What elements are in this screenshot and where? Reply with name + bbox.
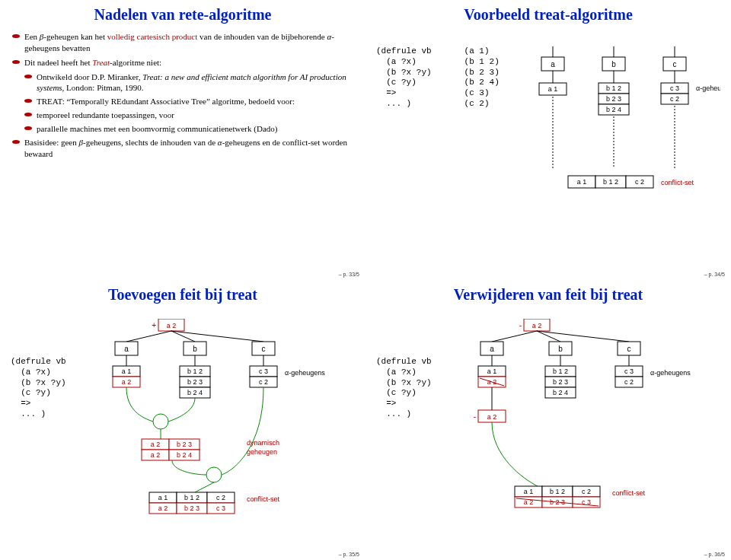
svg-text:a 2: a 2 bbox=[167, 322, 177, 329]
svg-text:b: b bbox=[558, 345, 563, 353]
svg-point-65 bbox=[153, 414, 168, 429]
svg-text:c 2: c 2 bbox=[635, 178, 644, 186]
slide-treat-example: Voorbeeld treat-algoritme (defrule vb (a… bbox=[366, 0, 731, 280]
svg-text:conflict-set: conflict-set bbox=[661, 179, 694, 186]
svg-text:a 2: a 2 bbox=[122, 378, 132, 386]
bullet-item: Een β-geheugen kan het volledig cartesis… bbox=[11, 31, 355, 54]
svg-text:a 2: a 2 bbox=[487, 413, 497, 421]
facts-list: (a 1) (b 1 2) (b 2 3) (b 2 4) (c 3) (c 2… bbox=[464, 46, 516, 217]
svg-point-77 bbox=[206, 467, 222, 482]
bullet-item: TREAT: “Temporally REdundant Associative… bbox=[11, 96, 355, 107]
svg-text:-: - bbox=[474, 412, 476, 421]
page-number: – p. 36/5 bbox=[704, 552, 725, 557]
bullet-item: Dit nadeel heeft het Treat-algoritme nie… bbox=[11, 57, 355, 68]
svg-text:c 3: c 3 bbox=[259, 368, 268, 375]
svg-text:b 1 2: b 1 2 bbox=[187, 368, 203, 375]
svg-text:c 2: c 2 bbox=[582, 488, 591, 495]
svg-text:c: c bbox=[627, 345, 631, 353]
bullet-item: Basisidee: geen β-geheugens, slechts de … bbox=[11, 137, 355, 160]
bullet-item: temporeel redundante toepassingen, voor bbox=[11, 110, 355, 121]
svg-text:c 2: c 2 bbox=[216, 494, 225, 501]
svg-text:α-geheugens: α-geheugens bbox=[650, 369, 691, 377]
slide-title: Toevoegen feit bij treat bbox=[11, 286, 355, 304]
svg-text:a 2: a 2 bbox=[532, 322, 542, 329]
bullet-item: parallelle machines met een boomvormig c… bbox=[11, 123, 355, 135]
svg-text:b 2 3: b 2 3 bbox=[187, 378, 203, 386]
svg-text:b 1 2: b 1 2 bbox=[603, 178, 618, 186]
svg-text:c 2: c 2 bbox=[259, 378, 268, 386]
svg-text:a 1: a 1 bbox=[487, 368, 497, 375]
svg-text:a 2: a 2 bbox=[151, 451, 161, 459]
svg-line-97 bbox=[537, 331, 629, 342]
svg-text:b 2 3: b 2 3 bbox=[184, 504, 200, 512]
svg-text:a 1: a 1 bbox=[548, 85, 558, 93]
svg-text:geheugen: geheugen bbox=[247, 448, 277, 456]
svg-text:b 2 4: b 2 4 bbox=[177, 451, 192, 459]
svg-text:b 2 4: b 2 4 bbox=[606, 106, 621, 113]
bullet-list: Een β-geheugen kan het volledig cartesis… bbox=[11, 31, 355, 159]
svg-text:b 2 4: b 2 4 bbox=[187, 389, 203, 396]
svg-text:b 1 2: b 1 2 bbox=[550, 488, 565, 495]
svg-text:b: b bbox=[611, 60, 616, 68]
bullet-item: Ontwikeld door D.P. Miranker, Treat: a n… bbox=[11, 72, 355, 94]
page-number: – p. 33/5 bbox=[339, 272, 359, 277]
treat-delete-diagram: - a 2 a b c a 1 a 2 bbox=[461, 319, 720, 535]
svg-line-38 bbox=[126, 331, 171, 342]
svg-text:a 1: a 1 bbox=[158, 494, 168, 501]
svg-text:a: a bbox=[490, 345, 494, 353]
svg-text:conflict-set: conflict-set bbox=[247, 495, 280, 503]
svg-text:-: - bbox=[519, 321, 522, 329]
svg-text:c 3: c 3 bbox=[670, 84, 679, 92]
slide-treat-delete: Verwijderen van feit bij treat (defrule … bbox=[366, 280, 731, 560]
svg-text:α-geheugens: α-geheugens bbox=[285, 369, 325, 377]
svg-text:b: b bbox=[193, 345, 197, 353]
svg-text:dynamisch: dynamisch bbox=[247, 439, 279, 447]
page-number: – p. 35/5 bbox=[339, 552, 359, 557]
svg-text:a 2: a 2 bbox=[158, 504, 168, 512]
svg-line-40 bbox=[171, 331, 263, 342]
svg-text:b 2 3: b 2 3 bbox=[606, 95, 621, 103]
svg-text:+: + bbox=[152, 321, 156, 329]
svg-text:a 1: a 1 bbox=[524, 488, 534, 495]
svg-text:b 1 2: b 1 2 bbox=[184, 494, 200, 501]
rule-code: (defrule vb (a ?x) (b ?x ?y) (c ?y) => .… bbox=[376, 46, 458, 217]
svg-text:c 2: c 2 bbox=[670, 95, 679, 103]
svg-text:c: c bbox=[673, 60, 677, 68]
page-number: – p. 34/5 bbox=[704, 272, 725, 277]
svg-text:conflict-set: conflict-set bbox=[612, 489, 646, 497]
svg-text:c: c bbox=[262, 345, 266, 353]
svg-text:c 2: c 2 bbox=[624, 378, 634, 386]
svg-text:b 1 2: b 1 2 bbox=[606, 84, 621, 92]
slide-rete-drawbacks: Nadelen van rete-algoritme Een β-geheuge… bbox=[0, 0, 366, 280]
svg-text:b 2 3: b 2 3 bbox=[553, 378, 568, 386]
svg-line-78 bbox=[195, 482, 214, 492]
svg-line-95 bbox=[492, 331, 537, 342]
rule-code: (defrule vb (a ?x) (b ?x ?y) (c ?y) => .… bbox=[11, 357, 90, 535]
slide-title: Nadelen van rete-algoritme bbox=[11, 6, 355, 24]
svg-text:a: a bbox=[551, 60, 555, 68]
svg-text:a: a bbox=[124, 345, 129, 353]
svg-text:a 1: a 1 bbox=[122, 368, 132, 375]
treat-add-diagram: + a 2 a b c a 1 a 2 bbox=[96, 319, 355, 535]
svg-text:a 2: a 2 bbox=[151, 441, 161, 448]
slide-title: Voorbeeld treat-algoritme bbox=[376, 6, 720, 24]
slide-title: Verwijderen van feit bij treat bbox=[376, 286, 720, 304]
treat-diagram: a b c a 1 b 1 2 b 2 3 b 2 4 bbox=[522, 46, 720, 217]
svg-text:b 2 4: b 2 4 bbox=[553, 389, 568, 396]
slide-treat-add: Toevoegen feit bij treat (defrule vb (a … bbox=[0, 280, 366, 560]
svg-text:b 1 2: b 1 2 bbox=[553, 368, 568, 375]
svg-text:b 2 3: b 2 3 bbox=[177, 441, 192, 448]
svg-text:c 3: c 3 bbox=[216, 504, 225, 512]
svg-text:a 1: a 1 bbox=[577, 178, 587, 186]
svg-text:c 3: c 3 bbox=[624, 368, 634, 375]
svg-text:α-geheugens: α-geheugens bbox=[696, 84, 720, 92]
rule-code: (defrule vb (a ?x) (b ?x ?y) (c ?y) => .… bbox=[376, 357, 455, 535]
